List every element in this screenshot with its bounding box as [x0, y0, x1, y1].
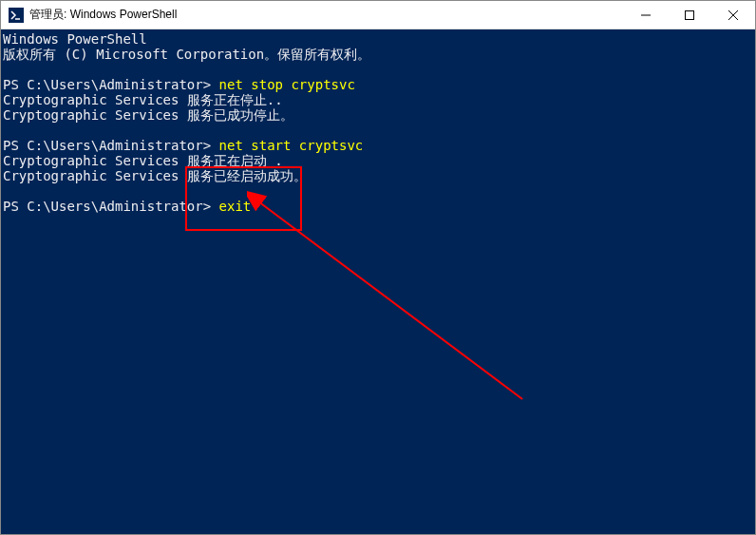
window-title: 管理员: Windows PowerShell: [29, 7, 624, 23]
maximize-button[interactable]: [668, 1, 711, 29]
prompt: PS C:\Users\Administrator>: [3, 77, 219, 92]
powershell-window: 管理员: Windows PowerShell Windows PowerShe…: [0, 0, 756, 535]
window-controls: [624, 1, 755, 29]
command-text: exit: [219, 199, 252, 214]
copyright-line: 版权所有 (C) Microsoft Corporation。保留所有权利。: [3, 47, 370, 62]
prompt: PS C:\Users\Administrator>: [3, 199, 219, 214]
terminal-output[interactable]: Windows PowerShell 版权所有 (C) Microsoft Co…: [1, 29, 755, 534]
prompt: PS C:\Users\Administrator>: [3, 138, 219, 153]
header-line: Windows PowerShell: [3, 31, 147, 47]
svg-rect-3: [686, 10, 694, 19]
command-text: net stop cryptsvc: [219, 77, 355, 92]
output-line: Cryptographic Services 服务正在停止..: [3, 92, 283, 107]
output-line: Cryptographic Services 服务已经启动成功。: [3, 168, 307, 183]
close-button[interactable]: [711, 1, 755, 29]
titlebar[interactable]: 管理员: Windows PowerShell: [1, 1, 755, 29]
output-line: Cryptographic Services 服务已成功停止。: [3, 107, 293, 123]
powershell-icon: [9, 8, 24, 23]
command-text: net start cryptsvc: [219, 138, 364, 153]
output-line: Cryptographic Services 服务正在启动 .: [3, 153, 283, 168]
minimize-button[interactable]: [624, 1, 668, 29]
